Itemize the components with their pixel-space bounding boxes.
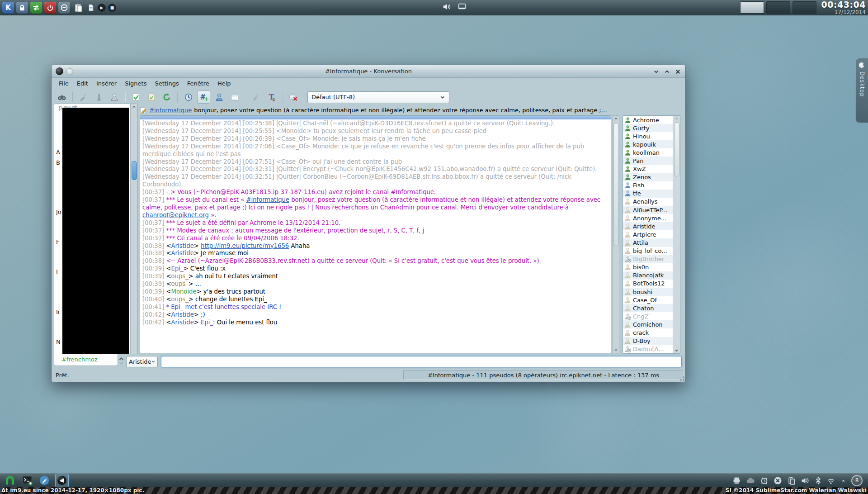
nick-list-item[interactable]: XwZ	[623, 165, 673, 173]
nick-list-item[interactable]: tfe	[623, 190, 673, 198]
konversation-task-icon[interactable]	[55, 474, 69, 487]
notification-badge[interactable]: 8	[851, 475, 863, 486]
nick-list-item[interactable]: kapouik	[623, 140, 673, 148]
menu-fenetre[interactable]: Fenêtre	[183, 79, 213, 88]
nick-list-item[interactable]: boushi	[623, 288, 673, 296]
nick-list-item[interactable]: Cornichon	[623, 320, 673, 328]
menu-inserer[interactable]: Insérer	[92, 79, 121, 88]
watched-nicks-icon[interactable]	[182, 90, 195, 104]
scroll-up-icon[interactable]	[613, 116, 618, 121]
wifi-icon[interactable]	[826, 476, 835, 485]
nick-list-item[interactable]: BotTools12	[623, 280, 673, 288]
cloud-icon[interactable]	[746, 476, 755, 485]
nick-list-item[interactable]: crack	[623, 328, 673, 337]
nick-list-item[interactable]: BigBrother	[623, 255, 673, 263]
bookmark-check-icon[interactable]	[129, 90, 142, 104]
nick-list-item[interactable]: CngZ`	[623, 312, 673, 320]
desktop-toolbox[interactable]: Desktop	[855, 58, 868, 123]
message-input[interactable]	[161, 356, 682, 367]
encoding-select[interactable]: Défaut (UTF-8)	[307, 91, 449, 103]
channel-tab-list-bottom[interactable]: #frenchmoz	[54, 354, 118, 366]
marker-icon[interactable]	[92, 90, 105, 104]
menu-file[interactable]: File	[55, 79, 73, 88]
menu-help[interactable]: Help	[213, 79, 235, 88]
nick-list-item[interactable]: Case_Of	[623, 296, 673, 304]
web-browser-icon[interactable]	[4, 474, 16, 487]
text-editor-icon[interactable]	[38, 474, 51, 487]
show-desktop-icon[interactable]	[458, 2, 467, 11]
nicklist-scroll-slider[interactable]	[674, 122, 679, 176]
nickname-select[interactable]: Aristide	[126, 356, 158, 367]
pager-desktop-1[interactable]	[740, 1, 764, 14]
menu-settings[interactable]: Settings	[151, 79, 183, 88]
pager-desktop-2[interactable]	[766, 1, 790, 14]
digital-clock[interactable]: 00:43:04 17/12/2014	[821, 0, 866, 15]
scroll-up-icon[interactable]	[132, 104, 137, 109]
switch-user-icon[interactable]	[30, 2, 42, 14]
nick-list-item[interactable]: koollman	[623, 148, 673, 157]
tools-icon[interactable]	[77, 90, 90, 104]
nicklist-scrollbar[interactable]	[673, 116, 680, 353]
document-icon[interactable]	[86, 3, 95, 12]
nick-list-item[interactable]: Fish	[623, 181, 673, 190]
chat-view[interactable]: [Wednesday 17 December 2014] [00:25:38] …	[140, 115, 611, 353]
nick-list-item[interactable]: Zenos	[623, 173, 673, 181]
nick-list-item[interactable]: Aenallys	[623, 198, 673, 206]
sidebar-scroll-slider[interactable]	[132, 161, 137, 180]
nick-list-item[interactable]: Pan	[623, 157, 673, 165]
nick-list-item[interactable]: Artpicre	[623, 230, 673, 238]
channel-tab-frenchmoz[interactable]: #frenchmoz	[61, 356, 98, 363]
menu-signets[interactable]: Signets	[121, 79, 151, 88]
expand-tray-icon[interactable]	[840, 478, 846, 484]
message-link[interactable]: #informatique	[246, 196, 289, 203]
scroll-up-icon[interactable]	[674, 116, 679, 121]
nick-list-item[interactable]: big_lol_co...	[623, 247, 673, 255]
pager-desktop-3[interactable]	[793, 1, 816, 14]
resize-grip[interactable]	[680, 376, 684, 381]
message-link[interactable]: http://im9.eu/picture/my1656	[201, 242, 289, 249]
stop-icon[interactable]: ■	[108, 4, 116, 12]
chat-scroll-slider[interactable]	[613, 123, 619, 246]
nick-list-item[interactable]: Attila	[623, 238, 673, 247]
play-icon[interactable]: ▶	[98, 4, 106, 12]
terminal-icon[interactable]	[21, 474, 33, 487]
input-history-spinner[interactable]	[119, 357, 124, 365]
bluetooth-icon[interactable]	[815, 476, 821, 485]
shutdown-icon[interactable]	[44, 2, 56, 14]
scroll-down-icon[interactable]	[613, 347, 618, 352]
nick-list-item[interactable]: Anonyme...	[623, 214, 673, 222]
nick-list-item[interactable]: Achrome	[623, 116, 673, 124]
nick-list-item[interactable]: Blanco|afk	[623, 271, 673, 280]
scroll-down-icon[interactable]	[674, 348, 679, 353]
kde-menu-icon[interactable]: K	[2, 2, 14, 14]
nick-list-item[interactable]: D-Boy	[623, 337, 673, 345]
clipboard-tool-icon[interactable]	[72, 2, 84, 14]
minimize-button[interactable]	[652, 67, 660, 76]
volume-icon[interactable]	[442, 2, 451, 11]
channel-tab-list[interactable]: p.py.qt ABJoFIIrN	[54, 104, 138, 354]
configure-icon[interactable]	[250, 90, 263, 104]
nick-list-item[interactable]: bis0n	[623, 263, 673, 271]
sidebar-scrollbar[interactable]	[130, 104, 137, 354]
channel-list-icon[interactable]	[228, 90, 241, 104]
identity-icon[interactable]	[108, 90, 121, 104]
nick-list-item[interactable]: Aristide	[623, 222, 673, 230]
nick-list-item[interactable]: Gurty	[623, 124, 673, 132]
find-icon[interactable]	[55, 90, 68, 104]
text-format-icon[interactable]: T	[265, 90, 278, 104]
chat-scrollbar[interactable]	[612, 115, 619, 353]
leave-icon[interactable]	[58, 2, 70, 14]
join-channel-icon[interactable]: #+	[197, 90, 210, 104]
note-icon[interactable]	[145, 90, 158, 104]
window-titlebar[interactable]: #Informatique - Konversation	[52, 65, 685, 78]
nick-list-item[interactable]: Dadou[A...	[623, 345, 673, 353]
lock-screen-icon[interactable]	[16, 2, 28, 14]
nick-list-item[interactable]: Al0ueTTeP...	[623, 206, 673, 214]
volume-tray-icon[interactable]	[801, 476, 810, 485]
close-tab-icon[interactable]	[287, 90, 300, 104]
menu-edit[interactable]: Edit	[73, 79, 92, 88]
topic-channel-link[interactable]: #informatique	[149, 107, 192, 114]
maximize-button[interactable]	[663, 67, 671, 76]
printer-icon[interactable]	[732, 476, 741, 485]
message-link[interactable]: chanroot@epiknet.org	[142, 212, 209, 218]
